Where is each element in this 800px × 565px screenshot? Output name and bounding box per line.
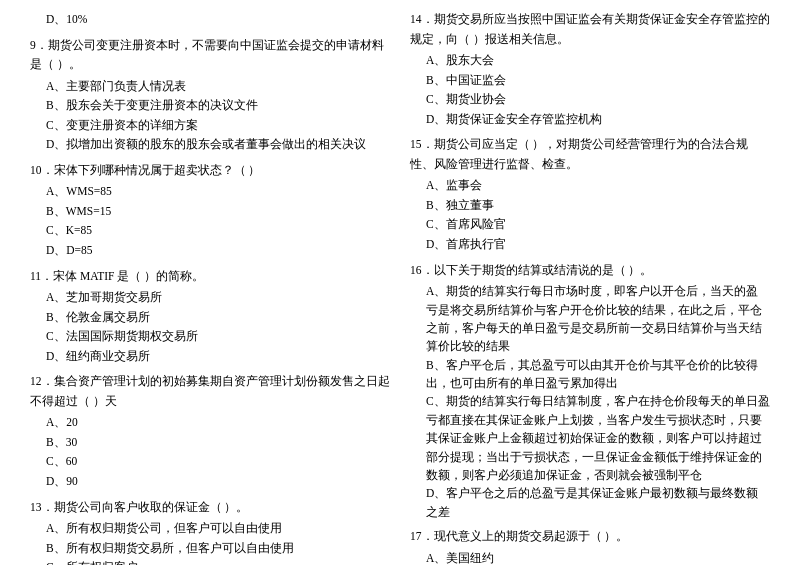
q9-opt-d: D、拟增加出资额的股东的股东会或者董事会做出的相关决议: [30, 135, 390, 155]
q14-opt-d: D、期货保证金安全存管监控机构: [410, 110, 770, 130]
right-column: 14．期货交易所应当按照中国证监会有关期货保证金安全存管监控的规定，向（ ）报送…: [410, 10, 770, 565]
question-13: 13．期货公司向客户收取的保证金（ ）。 A、所有权归期货公司，但客户可以自由使…: [30, 498, 390, 565]
q15-opt-d: D、首席执行官: [410, 235, 770, 255]
question-17: 17．现代意义上的期货交易起源于（ ）。 A、美国纽约 B、美国芝加哥: [410, 527, 770, 565]
question-15: 15．期货公司应当定（ ），对期货公司经营管理行为的合法合规性、风险管理进行监督…: [410, 135, 770, 254]
question-16: 16．以下关于期货的结算或结清说的是（ ）。 A、期货的结算实行每日市场时度，即…: [410, 261, 770, 522]
q17-opt-a: A、美国纽约: [410, 549, 770, 565]
q11-opt-a: A、芝加哥期货交易所: [30, 288, 390, 308]
q13-opt-b: B、所有权归期货交易所，但客户可以自由使用: [30, 539, 390, 559]
question-16-title: 16．以下关于期货的结算或结清说的是（ ）。: [410, 261, 770, 281]
q16-opt-b: B、客户平仓后，其总盈亏可以由其开仓价与其平仓价的比较得出，也可由所有的单日盈亏…: [410, 356, 770, 393]
q16-opt-c: C、期货的结算实行每日结算制度，客户在持仓价段每天的单日盈亏都直接在其保证金账户…: [410, 392, 770, 484]
question-12-title: 12．集合资产管理计划的初始募集期自资产管理计划份额发售之日起不得超过（ ）天: [30, 372, 390, 411]
q10-opt-b: B、WMS=15: [30, 202, 390, 222]
q14-opt-b: B、中国证监会: [410, 71, 770, 91]
question-9: 9．期货公司变更注册资本时，不需要向中国证监会提交的申请材料是（ ）。 A、主要…: [30, 36, 390, 155]
q9-opt-b: B、股东会关于变更注册资本的决议文件: [30, 96, 390, 116]
q9-opt-a: A、主要部门负责人情况表: [30, 77, 390, 97]
left-column: D、10% 9．期货公司变更注册资本时，不需要向中国证监会提交的申请材料是（ ）…: [30, 10, 390, 565]
question-11-title: 11．宋体 MATIF 是（ ）的简称。: [30, 267, 390, 287]
question-12: 12．集合资产管理计划的初始募集期自资产管理计划份额发售之日起不得超过（ ）天 …: [30, 372, 390, 491]
question-11: 11．宋体 MATIF 是（ ）的简称。 A、芝加哥期货交易所 B、伦敦金属交易…: [30, 267, 390, 367]
q10-opt-a: A、WMS=85: [30, 182, 390, 202]
q12-opt-c: C、60: [30, 452, 390, 472]
q11-opt-d: D、纽约商业交易所: [30, 347, 390, 367]
q13-opt-c: C、所有权归客户: [30, 558, 390, 565]
option-d-10: D、10%: [30, 10, 390, 30]
q9-opt-c: C、变更注册资本的详细方案: [30, 116, 390, 136]
q15-opt-b: B、独立董事: [410, 196, 770, 216]
two-column-layout: D、10% 9．期货公司变更注册资本时，不需要向中国证监会提交的申请材料是（ ）…: [30, 10, 770, 565]
question-13-title: 13．期货公司向客户收取的保证金（ ）。: [30, 498, 390, 518]
question-14: 14．期货交易所应当按照中国证监会有关期货保证金安全存管监控的规定，向（ ）报送…: [410, 10, 770, 129]
q13-opt-a: A、所有权归期货公司，但客户可以自由使用: [30, 519, 390, 539]
question-17-title: 17．现代意义上的期货交易起源于（ ）。: [410, 527, 770, 547]
q11-opt-b: B、伦敦金属交易所: [30, 308, 390, 328]
q10-opt-d: D、D=85: [30, 241, 390, 261]
question-10-title: 10．宋体下列哪种情况属于超卖状态？（ ）: [30, 161, 390, 181]
q12-opt-a: A、20: [30, 413, 390, 433]
q14-opt-a: A、股东大会: [410, 51, 770, 71]
q12-opt-b: B、30: [30, 433, 390, 453]
q15-opt-c: C、首席风险官: [410, 215, 770, 235]
page-container: D、10% 9．期货公司变更注册资本时，不需要向中国证监会提交的申请材料是（ ）…: [30, 10, 770, 565]
q14-opt-c: C、期货业协会: [410, 90, 770, 110]
q15-opt-a: A、监事会: [410, 176, 770, 196]
question-14-title: 14．期货交易所应当按照中国证监会有关期货保证金安全存管监控的规定，向（ ）报送…: [410, 10, 770, 49]
q10-opt-c: C、K=85: [30, 221, 390, 241]
question-10: 10．宋体下列哪种情况属于超卖状态？（ ） A、WMS=85 B、WMS=15 …: [30, 161, 390, 261]
question-9-title: 9．期货公司变更注册资本时，不需要向中国证监会提交的申请材料是（ ）。: [30, 36, 390, 75]
option-text: D、10%: [30, 10, 390, 30]
q11-opt-c: C、法国国际期货期权交易所: [30, 327, 390, 347]
question-15-title: 15．期货公司应当定（ ），对期货公司经营管理行为的合法合规性、风险管理进行监督…: [410, 135, 770, 174]
q16-opt-d: D、客户平仓之后的总盈亏是其保证金账户最初数额与最终数额之差: [410, 484, 770, 521]
q16-opt-a: A、期货的结算实行每日市场时度，即客户以开仓后，当天的盈亏是将交易所结算价与客户…: [410, 282, 770, 356]
q12-opt-d: D、90: [30, 472, 390, 492]
